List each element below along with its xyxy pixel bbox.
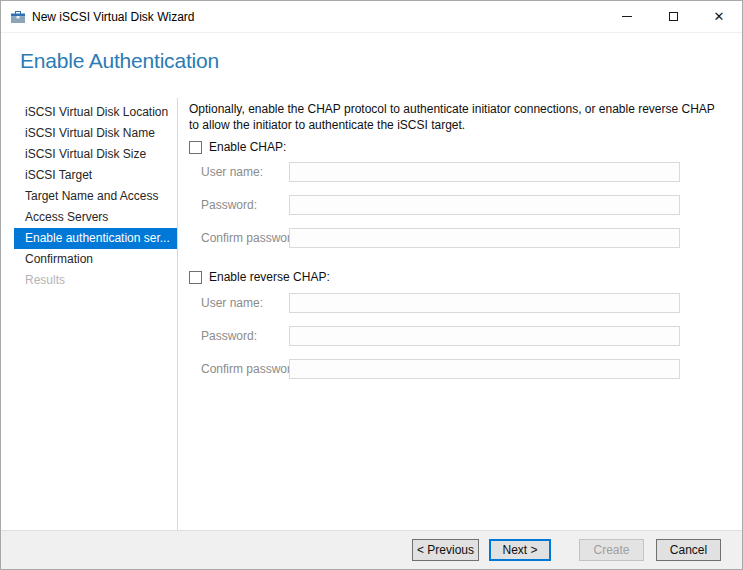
- chap-password-row: Password:: [189, 195, 724, 215]
- chap-password-label: Password:: [201, 198, 257, 212]
- chap-confirm-password-input[interactable]: [289, 228, 680, 248]
- sidebar-item-disk-name[interactable]: iSCSI Virtual Disk Name: [1, 123, 177, 144]
- enable-chap-label: Enable CHAP:: [209, 140, 286, 154]
- sidebar-item-disk-size[interactable]: iSCSI Virtual Disk Size: [1, 144, 177, 165]
- reverse-chap-confirm-password-label: Confirm password:: [201, 362, 301, 376]
- chap-username-row: User name:: [189, 162, 724, 182]
- wizard-toolbox-icon: [10, 9, 26, 25]
- reverse-chap-confirm-password-row: Confirm password:: [189, 359, 724, 379]
- reverse-chap-password-row: Password:: [189, 326, 724, 346]
- chap-password-input[interactable]: [289, 195, 680, 215]
- reverse-chap-confirm-password-input[interactable]: [289, 359, 680, 379]
- sidebar-item-target-name-access[interactable]: Target Name and Access: [1, 186, 177, 207]
- enable-chap-row: Enable CHAP:: [189, 140, 286, 154]
- reverse-chap-username-input[interactable]: [289, 293, 680, 313]
- close-icon: ✕: [714, 10, 725, 23]
- sidebar-item-access-servers[interactable]: Access Servers: [1, 207, 177, 228]
- sidebar-item-confirmation[interactable]: Confirmation: [1, 249, 177, 270]
- cancel-button[interactable]: Cancel: [656, 539, 721, 561]
- sidebar-item-enable-authentication[interactable]: Enable authentication ser...: [14, 228, 177, 249]
- chap-confirm-password-row: Confirm password:: [189, 228, 724, 248]
- create-button[interactable]: Create: [579, 539, 644, 561]
- enable-chap-checkbox[interactable]: [189, 141, 202, 154]
- title-bar: New iSCSI Virtual Disk Wizard ✕: [1, 1, 742, 33]
- sidebar-item-results: Results: [1, 270, 177, 291]
- enable-reverse-chap-label: Enable reverse CHAP:: [209, 270, 330, 284]
- reverse-chap-password-input[interactable]: [289, 326, 680, 346]
- close-button[interactable]: ✕: [696, 1, 742, 32]
- chap-confirm-password-label: Confirm password:: [201, 231, 301, 245]
- next-button[interactable]: Next >: [489, 539, 551, 561]
- maximize-button[interactable]: [650, 1, 696, 32]
- enable-reverse-chap-checkbox[interactable]: [189, 271, 202, 284]
- chap-username-label: User name:: [201, 165, 263, 179]
- wizard-steps-sidebar: iSCSI Virtual Disk Location iSCSI Virtua…: [1, 102, 177, 291]
- sidebar-divider: [177, 98, 178, 532]
- maximize-icon: [669, 12, 678, 21]
- page-title: Enable Authentication: [20, 49, 219, 73]
- reverse-chap-username-label: User name:: [201, 296, 263, 310]
- minimize-button[interactable]: [604, 1, 650, 32]
- previous-button[interactable]: < Previous: [412, 539, 479, 561]
- sidebar-item-iscsi-target[interactable]: iSCSI Target: [1, 165, 177, 186]
- page-description: Optionally, enable the CHAP protocol to …: [189, 101, 722, 133]
- reverse-chap-password-label: Password:: [201, 329, 257, 343]
- minimize-icon: [622, 16, 632, 17]
- page-content: Optionally, enable the CHAP protocol to …: [189, 101, 724, 531]
- window-controls: ✕: [604, 1, 742, 32]
- wizard-window: New iSCSI Virtual Disk Wizard ✕ Enable A…: [0, 0, 743, 570]
- reverse-chap-username-row: User name:: [189, 293, 724, 313]
- chap-username-input[interactable]: [289, 162, 680, 182]
- wizard-footer: < Previous Next > Create Cancel: [1, 530, 742, 569]
- enable-reverse-chap-row: Enable reverse CHAP:: [189, 270, 330, 284]
- sidebar-item-disk-location[interactable]: iSCSI Virtual Disk Location: [1, 102, 177, 123]
- window-title: New iSCSI Virtual Disk Wizard: [32, 10, 604, 24]
